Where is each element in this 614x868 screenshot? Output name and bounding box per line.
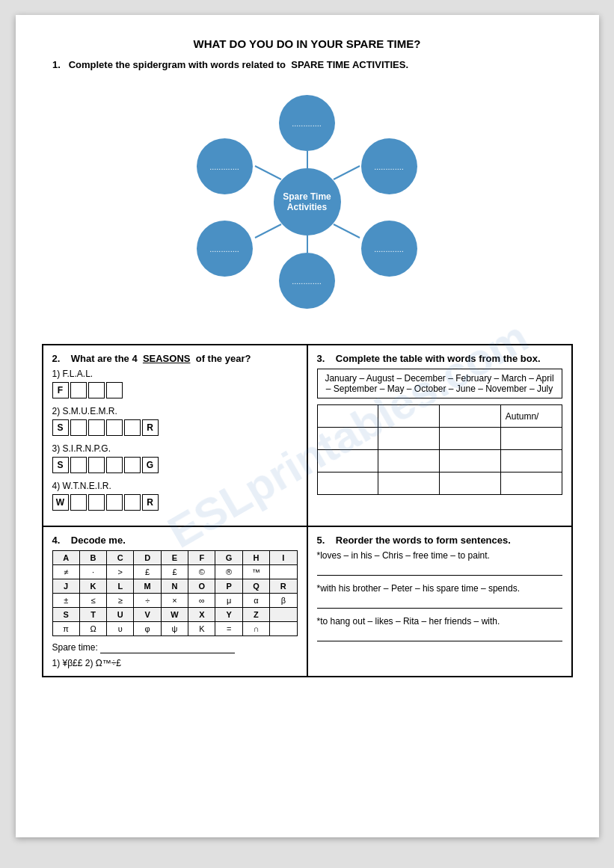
section5-num: 5. xyxy=(317,535,325,546)
cipher-blank xyxy=(270,608,297,622)
box-empty-9[interactable] xyxy=(88,457,105,473)
cipher-P: P xyxy=(215,579,242,594)
season-3-label: 3) S.I.R.N.P.G. xyxy=(52,443,298,454)
box-S1: S xyxy=(52,419,69,436)
center-label: Spare Time Activities xyxy=(274,191,341,212)
col-header-2 xyxy=(378,405,440,428)
sym-I xyxy=(270,565,297,579)
sym-A: ≠ xyxy=(52,565,79,579)
sym-K: ≤ xyxy=(79,594,106,608)
box-empty-7[interactable] xyxy=(124,419,141,436)
cipher-E: E xyxy=(161,551,188,565)
table-cell[interactable] xyxy=(500,450,562,473)
cipher-J: J xyxy=(52,579,79,594)
season-4: 4) W.T.N.E.I.R. W R xyxy=(52,481,298,511)
answer-line-3[interactable] xyxy=(317,628,562,641)
season-4-label: 4) W.T.N.E.I.R. xyxy=(52,481,298,491)
reorder-item-3: *to hang out – likes – Rita – her friend… xyxy=(317,616,562,641)
instruction-1-number: 1. xyxy=(52,59,61,70)
section2-num: 2. xyxy=(52,353,61,364)
svg-line-5 xyxy=(255,166,281,179)
section4-title: 4. Decode me. xyxy=(52,535,298,546)
col-header-3 xyxy=(440,405,501,428)
seasons-table: Autumn/ xyxy=(317,404,562,495)
season-1-boxes: F xyxy=(52,382,298,398)
box-empty-15[interactable] xyxy=(124,494,141,511)
table-cell[interactable] xyxy=(500,473,562,495)
table-cell[interactable] xyxy=(440,450,501,473)
box-empty-14[interactable] xyxy=(106,494,123,511)
exercises-grid: 2. What are the 4 SEASONS of the year? 1… xyxy=(42,344,573,677)
cipher-W: W xyxy=(161,608,188,622)
sym-M: ÷ xyxy=(134,594,161,608)
box-empty-5[interactable] xyxy=(88,419,105,436)
table-cell[interactable] xyxy=(440,473,501,495)
box-empty-1[interactable] xyxy=(70,382,87,398)
season-3-boxes: S G xyxy=(52,457,298,473)
center-circle: Spare Time Activities xyxy=(274,168,341,236)
spare-time-label: Spare time: xyxy=(52,642,101,653)
box-empty-13[interactable] xyxy=(88,494,105,511)
sym-D: £ xyxy=(134,565,161,579)
cipher-letters-row-2: J K L M N O P Q R xyxy=(52,579,297,594)
box-empty-6[interactable] xyxy=(106,419,123,436)
box-empty-8[interactable] xyxy=(70,457,87,473)
cipher-F: F xyxy=(188,551,215,565)
cipher-letters-row-1: A B C D E F G H I xyxy=(52,551,297,565)
table-cell[interactable] xyxy=(378,473,440,495)
season-2-label: 2) S.M.U.E.M.R. xyxy=(52,406,298,416)
sym-T: Ω xyxy=(79,622,106,636)
table-row xyxy=(317,450,562,473)
cipher-B: B xyxy=(79,551,106,565)
box-empty-3[interactable] xyxy=(106,382,123,398)
box-empty-11[interactable] xyxy=(124,457,141,473)
table-row xyxy=(317,428,562,450)
cipher-table: A B C D E F G H I ≠ · > £ xyxy=(52,550,298,636)
seasons-table-header: Autumn/ xyxy=(317,405,562,428)
sym-W: ψ xyxy=(161,622,188,636)
months-word-box: January – August – December – February –… xyxy=(317,369,562,398)
section2-underline: SEASONS xyxy=(143,353,191,364)
reorder-text-3: *to hang out – likes – Rita – her friend… xyxy=(317,616,562,627)
sym-B: · xyxy=(79,565,106,579)
sym-Q: α xyxy=(242,594,269,608)
cipher-symbols-row-1: ≠ · > £ £ © ® ™ xyxy=(52,565,297,579)
cipher-R: R xyxy=(270,579,297,594)
answer-line-2[interactable] xyxy=(317,595,562,609)
box-empty-12[interactable] xyxy=(70,494,87,511)
season-2-boxes: S R xyxy=(52,419,298,436)
box-empty-4[interactable] xyxy=(70,419,87,436)
section2-subtitle: What are the 4 xyxy=(71,353,138,364)
decode-answers: 1) ¥β££ 2) Ω™÷£ xyxy=(52,658,298,668)
sym-Z: ∩ xyxy=(242,622,269,636)
season-1-label: 1) F.L.A.L. xyxy=(52,369,298,379)
season-4-boxes: W R xyxy=(52,494,298,511)
box-empty-10[interactable] xyxy=(106,457,123,473)
sym-O: ∞ xyxy=(188,594,215,608)
table-cell[interactable] xyxy=(440,428,501,450)
sym-U: υ xyxy=(107,622,134,636)
reorder-item-2: *with his brother – Peter – his spare ti… xyxy=(317,583,562,609)
section5-title: 5. Reorder the words to form sentences. xyxy=(317,535,562,546)
cipher-X: X xyxy=(188,608,215,622)
svg-line-4 xyxy=(255,224,281,238)
table-cell[interactable] xyxy=(378,428,440,450)
section5-cell: 5. Reorder the words to form sentences. … xyxy=(307,526,572,677)
table-cell[interactable] xyxy=(317,473,378,495)
reorder-item-1: *loves – in his – Chris – free time – to… xyxy=(317,550,562,576)
table-cell[interactable] xyxy=(317,450,378,473)
table-cell[interactable] xyxy=(317,428,378,450)
instruction-1: 1. Complete the spidergram with words re… xyxy=(42,59,573,70)
sym-H: ™ xyxy=(242,565,269,579)
svg-line-2 xyxy=(334,224,360,238)
table-cell[interactable] xyxy=(378,450,440,473)
season-2: 2) S.M.U.E.M.R. S R xyxy=(52,406,298,436)
answer-line-1[interactable] xyxy=(317,562,562,576)
box-F: F xyxy=(52,382,69,398)
decode-q1: 1) ¥β££ 2) Ω™÷£ xyxy=(52,658,298,668)
spare-time-line: Spare time: xyxy=(52,642,298,653)
table-cell[interactable] xyxy=(500,428,562,450)
sym-E: £ xyxy=(161,565,188,579)
box-empty-2[interactable] xyxy=(88,382,105,398)
section2-title: 2. What are the 4 SEASONS of the year? xyxy=(52,353,298,364)
